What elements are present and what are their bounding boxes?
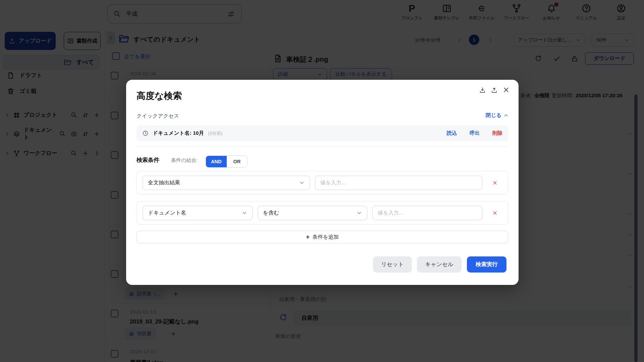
add-condition-button[interactable]: + 条件を追加 [137,231,508,243]
history-entry-name: ドキュメント名: 10月 [153,130,204,137]
modal-title: 高度な検索 [137,90,182,102]
join-operator-label: 条件の結合: [171,157,198,164]
chevron-down-icon [242,210,247,216]
condition-field-value: ドキュメント名 [148,209,186,217]
chevron-down-icon [299,180,305,185]
history-recall-button[interactable]: 呼出 [470,130,480,136]
history-load-button[interactable]: 読込 [447,130,457,136]
condition-value-input[interactable] [372,206,482,220]
execute-search-button[interactable]: 検索実行 [467,256,506,273]
condition-field-select[interactable]: ドキュメント名 [143,206,253,220]
search-history-entry[interactable]: ドキュメント名: 10月 (3分前) 読込 呼出 削除 [137,125,508,141]
and-or-toggle: AND OR [206,156,248,168]
remove-condition-button[interactable] [487,210,502,216]
quick-access-label: クイックアクセス [137,113,179,120]
remove-x-icon [492,180,498,186]
quick-access-collapse-button[interactable]: 閉じる [486,112,508,119]
condition-operator-value: を含む [263,209,279,217]
remove-x-icon [492,210,498,216]
condition-field-select[interactable]: 全文抽出結果 [143,176,310,190]
export-upload-icon[interactable] [491,86,498,94]
chevron-up-icon [503,113,508,118]
close-icon[interactable] [502,86,510,94]
remove-condition-button[interactable] [487,180,502,186]
divider [137,146,508,147]
collapse-label: 閉じる [486,112,501,119]
reset-button[interactable]: リセット [373,256,412,273]
plus-icon: + [306,234,310,241]
history-delete-button[interactable]: 削除 [492,130,502,136]
and-toggle-option[interactable]: AND [206,156,227,167]
screen: P プロンプト 書類テンプレ 外部ファイル ワークフロー [0,0,644,362]
add-condition-label: 条件を追加 [313,234,339,241]
condition-value-input[interactable] [315,176,482,190]
cancel-button[interactable]: キャンセル [417,256,462,273]
condition-field-value: 全文抽出結果 [148,179,180,186]
condition-operator-select[interactable]: を含む [258,206,368,220]
or-toggle-option[interactable]: OR [227,156,248,167]
history-entry-time: (3分前) [208,130,223,136]
chevron-down-icon [357,210,362,216]
clock-icon [142,130,149,136]
import-download-icon[interactable] [479,86,486,94]
condition-row: 全文抽出結果 [137,171,508,194]
search-conditions-label: 検索条件 [137,156,159,164]
advanced-search-modal: 高度な検索 クイックアクセス 閉じる ドキュメント名: 10月 (3分前) 読込… [126,80,519,285]
condition-row: ドキュメント名 を含む [137,201,508,225]
